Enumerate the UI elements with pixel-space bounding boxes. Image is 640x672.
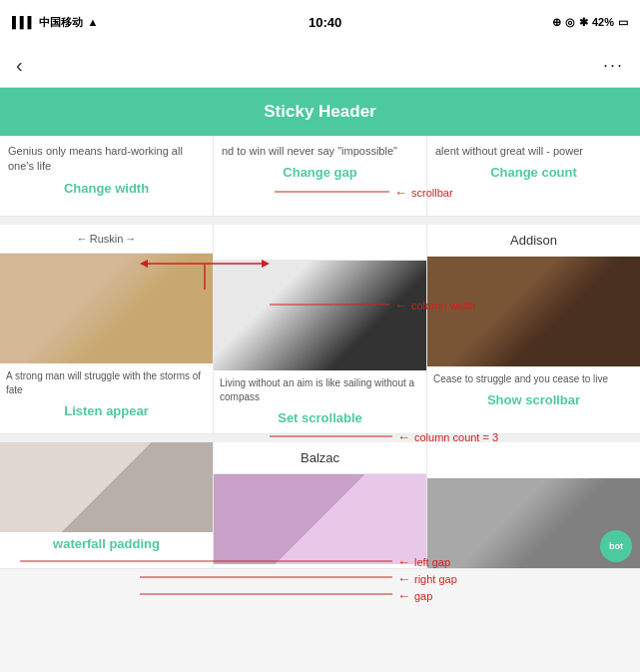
cat-placeholder-1 [0,254,213,363]
col-3-1: waterfall padding [0,442,214,568]
col-2-3-header: Addison [427,225,640,257]
col-1-3: alent without great will - power Change … [427,136,640,216]
col-3-2: Balzac [214,442,427,568]
col-2-1-text: A strong man will struggle with the stor… [0,363,213,401]
gap-arrow: ← [397,588,410,603]
col-1-2: nd to win will never say "impossible" Ch… [214,136,427,216]
alarm-icon: ◎ [565,16,575,29]
settings-icon: ⊕ [552,16,561,29]
bot-badge[interactable]: bot [600,530,632,562]
col-2-3-link[interactable]: Show scrollbar [427,390,640,415]
col-2-2-link[interactable]: Set scrollable [214,408,426,433]
col-1-1: Genius only means hard-working all one's… [0,136,214,216]
cat-placeholder-5 [214,474,426,564]
carrier-label: 中国移动 [39,15,83,30]
status-left: ▌▌▌ 中国移动 ▲ [12,15,98,30]
row-2: ← Ruskin → A strong man will struggle wi… [0,225,640,434]
arrow-right-icon: → [125,233,136,245]
content-area: Genius only means hard-working all one's… [0,136,640,569]
cat-placeholder-3 [427,257,640,366]
battery-icon: ▭ [618,16,628,29]
col-3-3: bot [427,442,640,568]
col-2-1-link[interactable]: Listen appear [0,401,213,426]
status-bar: ▌▌▌ 中国移动 ▲ 10:40 ⊕ ◎ ✱ 42% ▭ [0,0,640,44]
cat-placeholder-2 [214,261,426,370]
col-1-2-link[interactable]: Change gap [222,165,418,180]
cat-image-1 [0,254,213,363]
col-2-2-text: Living without an aim is like sailing wi… [214,370,426,408]
col-2-2: Living without an aim is like sailing wi… [214,225,427,433]
bluetooth-icon: ✱ [579,16,588,29]
ruskin-label: ← Ruskin → [4,233,209,245]
right-gap-annotation: ← right gap [397,571,457,586]
status-time: 10:40 [309,15,341,30]
col-3-2-header: Balzac [214,442,426,474]
right-gap-label: right gap [414,573,457,585]
nav-bar: ‹ ··· [0,44,640,88]
signal-icon: ▌▌▌ [12,16,35,28]
gap-annotation: ← gap [397,588,432,603]
more-options-button[interactable]: ··· [603,55,624,76]
arrow-left-icon: ← [77,233,88,245]
cat-image-3 [427,257,640,366]
col-3-1-link[interactable]: waterfall padding [0,532,213,555]
cat-placeholder-4 [0,442,213,532]
col-1-2-text: nd to win will never say "impossible" [222,144,418,159]
battery-label: 42% [592,16,614,28]
gap-label: gap [414,590,432,602]
col-1-1-text: Genius only means hard-working all one's… [8,144,205,175]
row-1: Genius only means hard-working all one's… [0,136,640,217]
col-2-2-header [214,225,426,261]
col-1-1-link[interactable]: Change width [8,181,205,196]
wifi-icon: ▲ [87,16,98,28]
right-gap-arrow: ← [397,571,410,586]
sticky-header-title: Sticky Header [264,102,375,121]
status-right: ⊕ ◎ ✱ 42% ▭ [552,16,628,29]
sticky-header: Sticky Header [0,88,640,136]
col-2-3: Addison Cease to struggle and you cease … [427,225,640,433]
row-3: waterfall padding Balzac bot [0,442,640,569]
col-1-3-link[interactable]: Change count [435,165,632,180]
back-button[interactable]: ‹ [16,54,23,77]
col-2-3-text: Cease to struggle and you cease to live [427,366,640,390]
cat-image-2 [214,261,426,370]
cat-image-5 [214,474,426,564]
cat-image-4 [0,442,213,532]
divider-2 [0,434,640,442]
col-1-3-text: alent without great will - power [435,144,632,159]
divider-1 [0,217,640,225]
col-2-1: ← Ruskin → A strong man will struggle wi… [0,225,214,433]
col-2-1-header: ← Ruskin → [0,225,213,254]
